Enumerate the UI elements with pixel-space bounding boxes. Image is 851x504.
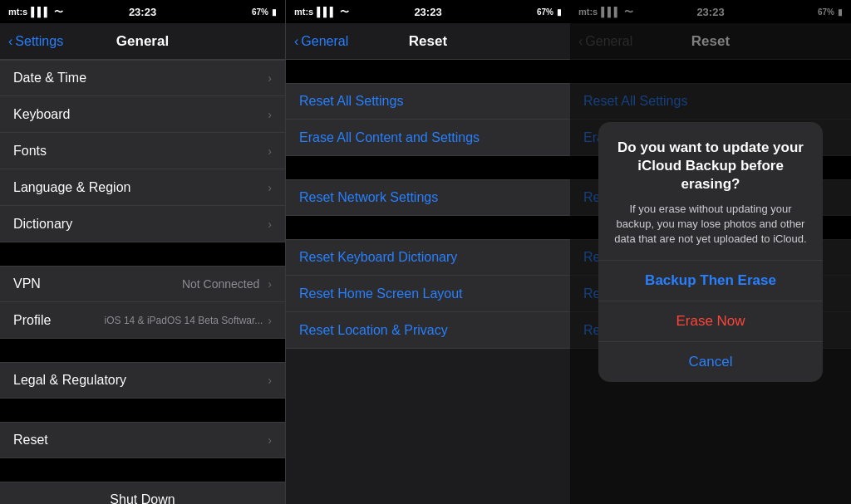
- section-legal: Legal & Regulatory ›: [0, 362, 285, 399]
- gap-2: [0, 339, 285, 362]
- chevron-icon-legal: ›: [268, 374, 272, 387]
- gap-p2-3: [286, 216, 570, 239]
- time-2: 23:23: [414, 6, 441, 18]
- gap-p2-2: [286, 156, 570, 179]
- alert-overlay: Do you want to update your iCloud Backup…: [570, 0, 851, 504]
- gap-p2-1: [286, 60, 570, 83]
- reset-location-label-2: Reset Location & Privacy: [299, 323, 448, 338]
- chevron-icon-keyboard: ›: [268, 108, 272, 121]
- wifi-icon-1: 〜: [54, 6, 63, 18]
- status-bar-1: mt:s ▌▌▌ 〜 23:23 67% ▮: [0, 0, 285, 23]
- back-label-2: General: [301, 34, 348, 49]
- reset-location-2[interactable]: Reset Location & Privacy: [286, 312, 570, 349]
- backup-then-erase-button[interactable]: Backup Then Erase: [598, 261, 823, 301]
- reset-keyboard-label-2: Reset Keyboard Dictionary: [299, 250, 457, 265]
- item-legal[interactable]: Legal & Regulatory ›: [0, 362, 285, 399]
- item-reset-label: Reset: [13, 433, 48, 448]
- item-shut-down-label: Shut Down: [110, 492, 175, 504]
- back-button-1[interactable]: ‹ Settings: [8, 34, 63, 49]
- item-reset[interactable]: Reset ›: [0, 422, 285, 458]
- gap-1: [0, 242, 285, 266]
- item-vpn-value: Not Connected: [182, 277, 259, 291]
- status-left-1: mt:s ▌▌▌ 〜: [8, 6, 63, 18]
- back-label-1: Settings: [15, 34, 63, 49]
- section-reset-top: Reset All Settings Erase All Content and…: [286, 83, 570, 156]
- chevron-icon-date-time: ›: [268, 71, 272, 85]
- item-fonts[interactable]: Fonts ›: [0, 133, 285, 169]
- chevron-icon-fonts: ›: [268, 144, 272, 158]
- item-vpn[interactable]: VPN Not Connected ›: [0, 266, 285, 302]
- nav-title-1: General: [116, 33, 169, 50]
- item-fonts-label: Fonts: [13, 144, 47, 159]
- reset-all-settings-2[interactable]: Reset All Settings: [286, 83, 570, 120]
- alert-message: If you erase without updating your backu…: [612, 202, 809, 247]
- carrier-1: mt:s: [8, 7, 27, 17]
- nav-title-2: Reset: [409, 33, 447, 50]
- item-profile-value: iOS 14 & iPadOS 14 Beta Softwar...: [105, 315, 263, 326]
- signal-icon-1: ▌▌▌: [31, 7, 50, 17]
- item-dictionary[interactable]: Dictionary ›: [0, 206, 285, 242]
- battery-percent-1: 67%: [252, 7, 268, 17]
- time-1: 23:23: [129, 6, 156, 18]
- item-keyboard-label: Keyboard: [13, 107, 71, 122]
- item-legal-label: Legal & Regulatory: [13, 373, 126, 388]
- back-button-2[interactable]: ‹ General: [294, 34, 348, 49]
- status-right-1: 67% ▮: [252, 7, 277, 17]
- item-profile-right: iOS 14 & iPadOS 14 Beta Softwar... ›: [105, 314, 272, 327]
- section-reset: Reset ›: [0, 422, 285, 458]
- chevron-left-icon-1: ‹: [8, 34, 12, 49]
- alert-dialog: Do you want to update your iCloud Backup…: [598, 122, 823, 383]
- alert-content: Do you want to update your iCloud Backup…: [598, 122, 823, 261]
- item-profile[interactable]: Profile iOS 14 & iPadOS 14 Beta Softwar.…: [0, 302, 285, 339]
- chevron-icon-vpn: ›: [268, 277, 272, 291]
- reset-keyboard-2[interactable]: Reset Keyboard Dictionary: [286, 239, 570, 276]
- nav-bar-2: ‹ General Reset: [286, 23, 570, 60]
- item-language[interactable]: Language & Region ›: [0, 169, 285, 206]
- item-vpn-right: Not Connected ›: [182, 277, 272, 291]
- erase-now-button[interactable]: Erase Now: [598, 301, 823, 341]
- item-shut-down[interactable]: Shut Down: [0, 482, 285, 504]
- chevron-icon-dictionary: ›: [268, 218, 272, 231]
- status-left-2: mt:s ▌▌▌ 〜: [294, 6, 349, 18]
- carrier-2: mt:s: [294, 7, 313, 17]
- section-reset-network: Reset Network Settings: [286, 179, 570, 216]
- battery-percent-2: 67%: [537, 7, 553, 17]
- item-keyboard[interactable]: Keyboard ›: [0, 96, 285, 133]
- status-right-2: 67% ▮: [537, 7, 562, 17]
- item-language-label: Language & Region: [13, 180, 130, 195]
- signal-icon-2: ▌▌▌: [317, 7, 336, 17]
- battery-icon-1: ▮: [272, 7, 277, 17]
- item-vpn-label: VPN: [13, 276, 41, 291]
- alert-buttons: Backup Then Erase Erase Now Cancel: [598, 260, 823, 382]
- panel-reset: mt:s ▌▌▌ 〜 23:23 67% ▮ ‹ General Reset R…: [285, 0, 570, 504]
- reset-network-2[interactable]: Reset Network Settings: [286, 179, 570, 216]
- section-vpn-profile: VPN Not Connected › Profile iOS 14 & iPa…: [0, 266, 285, 339]
- reset-home-2[interactable]: Reset Home Screen Layout: [286, 276, 570, 312]
- item-date-time[interactable]: Date & Time ›: [0, 60, 285, 96]
- reset-home-label-2: Reset Home Screen Layout: [299, 286, 463, 301]
- chevron-icon-language: ›: [268, 181, 272, 194]
- alert-title: Do you want to update your iCloud Backup…: [612, 139, 809, 193]
- item-date-time-label: Date & Time: [13, 71, 86, 86]
- panel2-scroll[interactable]: Reset All Settings Erase All Content and…: [286, 60, 570, 504]
- panel1-scroll[interactable]: Date & Time › Keyboard › Fonts › Languag…: [0, 60, 285, 504]
- nav-bar-1: ‹ Settings General: [0, 23, 285, 60]
- erase-all-label-2: Erase All Content and Settings: [299, 130, 480, 145]
- chevron-icon-profile: ›: [268, 314, 272, 327]
- panel-general: mt:s ▌▌▌ 〜 23:23 67% ▮ ‹ Settings Genera…: [0, 0, 285, 504]
- gap-4: [0, 458, 285, 482]
- reset-all-settings-label-2: Reset All Settings: [299, 94, 403, 109]
- item-profile-label: Profile: [13, 313, 51, 328]
- reset-network-label-2: Reset Network Settings: [299, 190, 438, 205]
- section-reset-other: Reset Keyboard Dictionary Reset Home Scr…: [286, 239, 570, 349]
- status-bar-2: mt:s ▌▌▌ 〜 23:23 67% ▮: [286, 0, 570, 23]
- chevron-icon-reset: ›: [268, 433, 272, 447]
- gap-3: [0, 399, 285, 422]
- wifi-icon-2: 〜: [340, 6, 349, 18]
- panel-reset-overlay: mt:s ▌▌▌ 〜 23:23 67% ▮ ‹ General Reset: [570, 0, 851, 504]
- cancel-button[interactable]: Cancel: [598, 341, 823, 382]
- item-dictionary-label: Dictionary: [13, 217, 72, 232]
- section-date-dict: Date & Time › Keyboard › Fonts › Languag…: [0, 60, 285, 242]
- battery-icon-2: ▮: [557, 7, 562, 17]
- erase-all-2[interactable]: Erase All Content and Settings: [286, 120, 570, 156]
